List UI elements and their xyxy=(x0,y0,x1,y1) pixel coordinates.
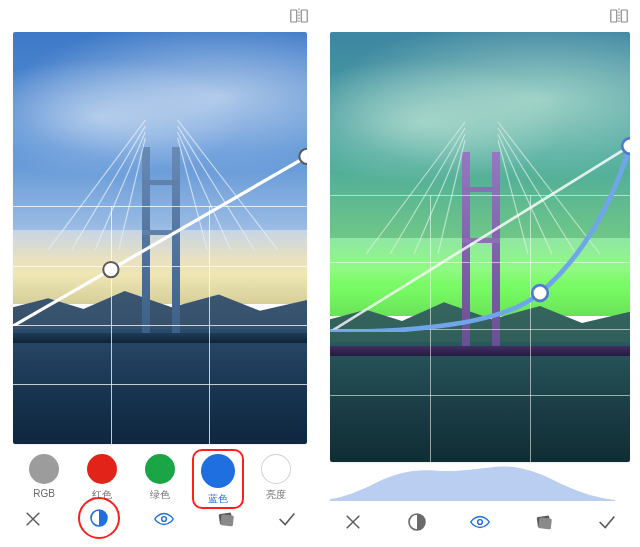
confirm-button[interactable] xyxy=(270,502,304,536)
histogram xyxy=(330,463,615,501)
svg-rect-39 xyxy=(538,517,552,529)
editor-panel-right xyxy=(322,0,638,547)
contrast-button[interactable] xyxy=(400,505,434,539)
bottom-toolbar xyxy=(2,499,318,539)
contrast-button[interactable] xyxy=(82,501,116,535)
topbar xyxy=(2,0,318,32)
eye-button[interactable] xyxy=(463,505,497,539)
svg-line-11 xyxy=(13,156,307,326)
svg-point-12 xyxy=(299,149,307,164)
bottom-toolbar xyxy=(322,505,638,539)
svg-rect-0 xyxy=(291,10,297,22)
card-button[interactable] xyxy=(209,502,243,536)
preview-image[interactable] xyxy=(330,32,630,462)
svg-point-37 xyxy=(478,520,483,525)
swatch-dot xyxy=(87,454,117,484)
tone-curve[interactable] xyxy=(330,32,630,332)
swatch-dot xyxy=(29,454,59,484)
contrast-button-highlight xyxy=(78,497,120,539)
close-button[interactable] xyxy=(336,505,370,539)
editor-panel-left: RGB 红色 绿色 蓝色 亮度 xyxy=(2,0,318,547)
tone-curve[interactable] xyxy=(13,32,307,326)
confirm-button[interactable] xyxy=(590,505,624,539)
eye-button[interactable] xyxy=(147,502,181,536)
svg-point-13 xyxy=(103,262,118,277)
svg-rect-21 xyxy=(621,10,627,22)
flip-compare-icon[interactable] xyxy=(610,8,628,24)
svg-rect-20 xyxy=(611,10,617,22)
svg-point-32 xyxy=(622,138,630,154)
swatch-dot xyxy=(201,454,235,488)
close-button[interactable] xyxy=(16,502,50,536)
flip-compare-icon[interactable] xyxy=(290,8,308,24)
preview-image[interactable] xyxy=(13,32,307,444)
svg-point-33 xyxy=(532,285,548,301)
topbar xyxy=(322,0,638,32)
svg-rect-19 xyxy=(220,514,234,526)
svg-point-17 xyxy=(162,517,167,522)
svg-rect-1 xyxy=(301,10,307,22)
card-button[interactable] xyxy=(527,505,561,539)
swatch-dot xyxy=(261,454,291,484)
swatch-label: RGB xyxy=(33,488,55,499)
swatch-dot xyxy=(145,454,175,484)
